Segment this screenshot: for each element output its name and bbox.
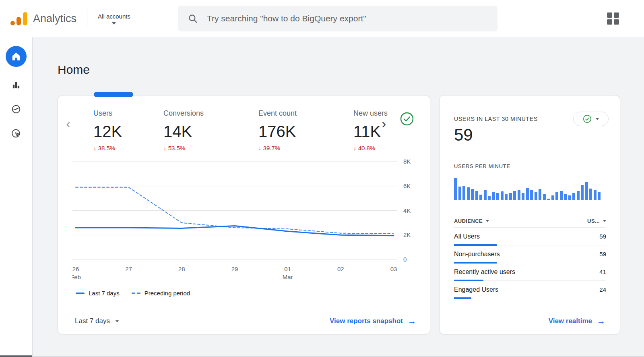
minute-bar	[462, 186, 465, 200]
metric-change: ↓ 53.5%	[163, 145, 258, 152]
audience-row[interactable]: Non-purchasers59	[454, 245, 606, 263]
main-content: Home ‹ Users12K↓ 38.5%Conversions14K↓ 53…	[33, 37, 644, 357]
metric-conversions[interactable]: Conversions14K↓ 53.5%	[163, 109, 258, 152]
bar-chart-icon	[11, 80, 21, 90]
down-arrow-icon: ↓	[93, 145, 97, 152]
data-quality-check-icon[interactable]	[400, 112, 414, 126]
legend-label: Last 7 days	[89, 290, 120, 297]
audience-count: 24	[599, 286, 606, 293]
chevron-down-icon	[116, 320, 119, 322]
logo-dot	[10, 21, 15, 25]
arrow-right-icon: →	[597, 316, 605, 326]
view-reports-snapshot-link[interactable]: View reports snapshot →	[330, 316, 416, 326]
search-icon	[188, 13, 198, 24]
audience-name: Recently active users	[454, 268, 515, 276]
minute-bar	[551, 195, 554, 200]
users-per-minute-chart	[454, 176, 601, 200]
audience-count: 59	[599, 233, 606, 240]
audience-row[interactable]: Recently active users41	[454, 263, 606, 281]
minute-bar	[488, 196, 491, 200]
app-name: Analytics	[33, 12, 76, 25]
explore-icon	[11, 104, 21, 114]
header-divider	[87, 9, 87, 28]
minute-bar	[555, 192, 558, 200]
minute-bar	[458, 187, 461, 200]
audience-count: 41	[599, 268, 606, 275]
users-column-header[interactable]: US...	[587, 218, 606, 224]
svg-text:0: 0	[403, 256, 407, 263]
realtime-card: USERS IN LAST 30 MINUTES 59 USERS PER MI…	[439, 95, 620, 334]
minute-bar	[547, 199, 550, 201]
svg-text:01Mar: 01Mar	[283, 266, 293, 280]
sidebar	[0, 37, 33, 357]
minute-bar	[496, 193, 499, 200]
link-label: View reports snapshot	[330, 317, 403, 325]
sidebar-item-advertising[interactable]	[10, 127, 22, 139]
metric-users[interactable]: Users12K↓ 38.5%	[93, 109, 163, 152]
chart-legend: Last 7 days Preceding period	[76, 290, 190, 297]
legend-label: Preceding period	[144, 290, 190, 297]
account-selector-label: All accounts	[98, 13, 130, 20]
users-line-chart: 8K6K4K2K026Feb27282901Mar0203	[72, 157, 416, 282]
sidebar-item-reports[interactable]	[10, 79, 22, 91]
arrow-right-icon: →	[408, 316, 416, 326]
search-bar[interactable]	[178, 6, 497, 31]
realtime-user-count: 59	[454, 125, 473, 145]
minute-bar	[522, 193, 524, 201]
audience-rows: All Users59Non-purchasers59Recently acti…	[454, 228, 606, 299]
sidebar-item-home[interactable]	[6, 46, 27, 67]
svg-text:6K: 6K	[403, 183, 411, 189]
audience-row[interactable]: Engaged Users24	[454, 281, 606, 299]
realtime-title: USERS IN LAST 30 MINUTES	[454, 116, 538, 122]
metric-label: Event count	[258, 109, 353, 118]
link-label: View realtime	[549, 317, 592, 325]
metric-change: ↓ 38.5%	[93, 145, 163, 152]
minute-bar	[560, 191, 563, 201]
apps-grid-icon[interactable]	[607, 12, 619, 25]
metric-change: ↓ 40.8%	[353, 145, 388, 152]
minute-bar	[581, 185, 584, 200]
audience-name: Non-purchasers	[454, 251, 500, 258]
audience-table: AUDIENCE US... All Users59Non-purchasers…	[454, 215, 606, 299]
minute-bar	[492, 192, 495, 200]
realtime-status-selector[interactable]	[573, 112, 609, 126]
minute-bar	[501, 191, 504, 200]
audience-name: Engaged Users	[454, 286, 498, 293]
down-arrow-icon: ↓	[258, 145, 262, 152]
view-realtime-link[interactable]: View realtime →	[549, 316, 605, 326]
minute-bar	[530, 190, 533, 200]
minute-bar	[572, 193, 575, 200]
audience-column-header[interactable]: AUDIENCE	[454, 218, 489, 224]
page-title: Home	[58, 63, 90, 77]
chevron-down-icon	[596, 118, 599, 120]
minute-bar	[589, 189, 592, 200]
sidebar-item-explore[interactable]	[10, 103, 22, 115]
minute-bar	[505, 194, 508, 200]
minute-bar	[594, 190, 597, 200]
minute-bar	[526, 188, 529, 200]
minute-bar	[471, 189, 474, 200]
solid-line-swatch	[76, 293, 85, 294]
minute-bar	[568, 195, 571, 200]
audience-row[interactable]: All Users59	[454, 228, 606, 245]
audience-count: 59	[599, 251, 606, 257]
active-tab-indicator	[94, 92, 133, 97]
sort-caret-icon	[486, 220, 489, 222]
metric-event-count[interactable]: Event count176K↓ 39.7%	[258, 109, 353, 152]
svg-text:28: 28	[178, 266, 185, 272]
minute-bar	[454, 178, 457, 200]
minute-bar	[564, 194, 567, 200]
minute-bar	[467, 187, 470, 200]
minute-bar	[543, 194, 546, 200]
search-input[interactable]	[206, 13, 497, 24]
overview-card-footer: Last 7 days View reports snapshot →	[75, 316, 416, 326]
account-selector[interactable]: All accounts	[98, 13, 130, 25]
carousel-prev-button[interactable]: ‹	[64, 116, 73, 130]
carousel-next-button[interactable]: ›	[379, 116, 388, 130]
date-range-selector[interactable]: Last 7 days	[75, 317, 119, 325]
svg-text:2K: 2K	[403, 231, 411, 238]
analytics-logo-icon[interactable]	[10, 12, 27, 25]
home-icon	[11, 51, 21, 62]
minute-bar	[509, 193, 512, 201]
dashed-line-swatch	[132, 293, 140, 294]
